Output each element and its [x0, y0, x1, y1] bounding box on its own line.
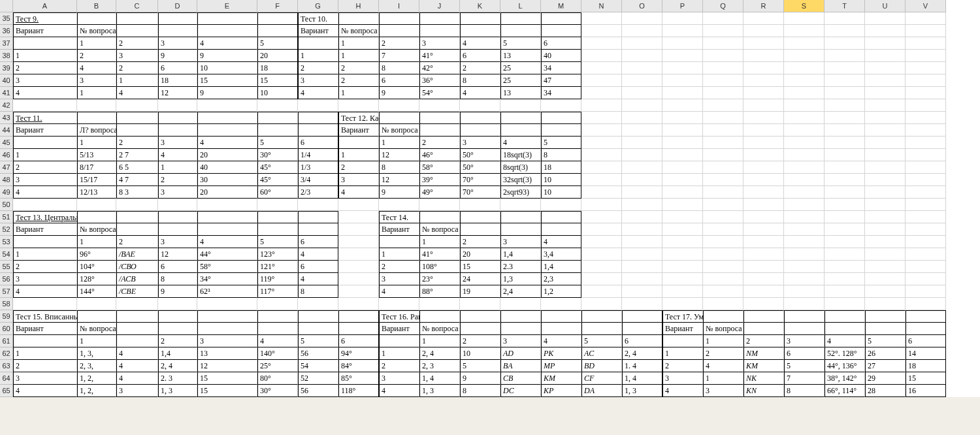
cell-P49[interactable] — [662, 186, 703, 199]
cell-L42[interactable] — [500, 99, 541, 112]
cell-U38[interactable] — [865, 50, 906, 62]
cell-L36[interactable] — [500, 25, 541, 37]
cell-U57[interactable] — [865, 285, 906, 298]
cell-L62[interactable]: AD — [500, 347, 541, 360]
cell-A40[interactable]: 3 — [13, 74, 77, 87]
cell-S52[interactable] — [784, 223, 825, 236]
cell-R53[interactable] — [743, 236, 784, 248]
cell-J64[interactable]: 1, 4 — [419, 372, 460, 385]
cell-B65[interactable]: 1, 2, — [77, 385, 116, 397]
cell-J38[interactable]: 41° — [419, 50, 460, 62]
cell-E51[interactable] — [197, 211, 257, 223]
cell-J56[interactable]: 23° — [419, 273, 460, 285]
cell-R65[interactable]: KN — [743, 385, 784, 397]
cell-Q42[interactable] — [703, 99, 743, 112]
cell-T56[interactable] — [825, 273, 865, 285]
cell-B40[interactable]: 3 — [77, 74, 116, 87]
cell-T54[interactable] — [825, 248, 865, 261]
cell-V52[interactable] — [906, 223, 946, 236]
cell-D65[interactable]: 1, 3 — [158, 385, 197, 397]
cell-I56[interactable]: 3 — [379, 273, 419, 285]
cell-C59[interactable] — [116, 310, 158, 323]
cell-N50[interactable] — [581, 199, 622, 211]
cell-A58[interactable] — [13, 298, 77, 310]
cell-H53[interactable] — [338, 236, 379, 248]
cell-G41[interactable]: 4 — [298, 87, 338, 99]
cell-M49[interactable]: 10 — [541, 186, 581, 199]
cell-A54[interactable]: 1 — [13, 248, 77, 261]
cell-S47[interactable] — [784, 161, 825, 174]
cell-E52[interactable] — [197, 223, 257, 236]
cell-O41[interactable] — [622, 87, 662, 99]
cell-B56[interactable]: 128° — [77, 273, 116, 285]
cell-S40[interactable] — [784, 74, 825, 87]
cell-E63[interactable]: 12 — [197, 360, 257, 372]
cell-V42[interactable] — [906, 99, 946, 112]
cell-A52[interactable]: Вариант — [13, 223, 77, 236]
cell-B36[interactable]: № вопроса — [77, 25, 116, 37]
cell-B63[interactable]: 2, 3, — [77, 360, 116, 372]
cell-I64[interactable]: 3 — [379, 372, 419, 385]
cell-N53[interactable] — [581, 236, 622, 248]
cell-S60[interactable] — [784, 323, 825, 335]
cell-N36[interactable] — [581, 25, 622, 37]
cell-M58[interactable] — [541, 298, 581, 310]
row-header-42[interactable]: 42 — [0, 99, 13, 112]
cell-E60[interactable] — [197, 323, 257, 335]
cell-K59[interactable] — [460, 310, 500, 323]
cell-U55[interactable] — [865, 261, 906, 273]
cell-A35[interactable]: Тест 9. — [13, 12, 77, 25]
cell-G53[interactable]: 6 — [298, 236, 338, 248]
cell-T39[interactable] — [825, 62, 865, 74]
cell-N57[interactable] — [581, 285, 622, 298]
cell-E64[interactable]: 15 — [197, 372, 257, 385]
cell-M61[interactable]: 4 — [541, 335, 581, 347]
cell-C45[interactable]: 2 — [116, 137, 158, 149]
col-header-K[interactable]: K — [460, 0, 500, 12]
cell-P40[interactable] — [662, 74, 703, 87]
cell-G39[interactable]: 2 — [298, 62, 338, 74]
cell-F56[interactable]: 119° — [257, 273, 298, 285]
row-header-45[interactable]: 45 — [0, 137, 13, 149]
cell-G50[interactable] — [298, 199, 338, 211]
cell-G36[interactable]: Вариант — [298, 25, 338, 37]
cell-B38[interactable]: 2 — [77, 50, 116, 62]
cell-E41[interactable]: 9 — [197, 87, 257, 99]
cell-L40[interactable]: 25 — [500, 74, 541, 87]
cell-O37[interactable] — [622, 37, 662, 50]
cell-K56[interactable]: 24 — [460, 273, 500, 285]
cell-I41[interactable]: 9 — [379, 87, 419, 99]
cell-V37[interactable] — [906, 37, 946, 50]
cell-C41[interactable]: 4 — [116, 87, 158, 99]
cell-B62[interactable]: 1, 3, — [77, 347, 116, 360]
cell-V64[interactable]: 15 — [906, 372, 946, 385]
cell-E61[interactable]: 3 — [197, 335, 257, 347]
cell-B52[interactable]: № вопроса — [77, 223, 116, 236]
cell-F52[interactable] — [257, 223, 298, 236]
cell-F40[interactable]: 15 — [257, 74, 298, 87]
cell-F63[interactable]: 25° — [257, 360, 298, 372]
cell-T48[interactable] — [825, 174, 865, 186]
cell-V46[interactable] — [906, 149, 946, 161]
cell-H39[interactable]: 2 — [338, 62, 379, 74]
cell-B44[interactable]: Л? вопроса — [77, 124, 116, 137]
cell-R39[interactable] — [743, 62, 784, 74]
cell-Q39[interactable] — [703, 62, 743, 74]
cell-J48[interactable]: 39° — [419, 174, 460, 186]
cell-S55[interactable] — [784, 261, 825, 273]
row-header-40[interactable]: 40 — [0, 74, 13, 87]
cell-G63[interactable]: 54 — [298, 360, 338, 372]
cell-M39[interactable]: 34 — [541, 62, 581, 74]
cell-D41[interactable]: 12 — [158, 87, 197, 99]
cell-F65[interactable]: 30° — [257, 385, 298, 397]
cell-R42[interactable] — [743, 99, 784, 112]
cell-A46[interactable]: 1 — [13, 149, 77, 161]
cell-K47[interactable]: 50° — [460, 161, 500, 174]
cell-V60[interactable] — [906, 323, 946, 335]
row-header-44[interactable]: 44 — [0, 124, 13, 137]
cell-R48[interactable] — [743, 174, 784, 186]
cell-J42[interactable] — [419, 99, 460, 112]
cell-B50[interactable] — [77, 199, 116, 211]
cell-J37[interactable]: 3 — [419, 37, 460, 50]
cell-P54[interactable] — [662, 248, 703, 261]
